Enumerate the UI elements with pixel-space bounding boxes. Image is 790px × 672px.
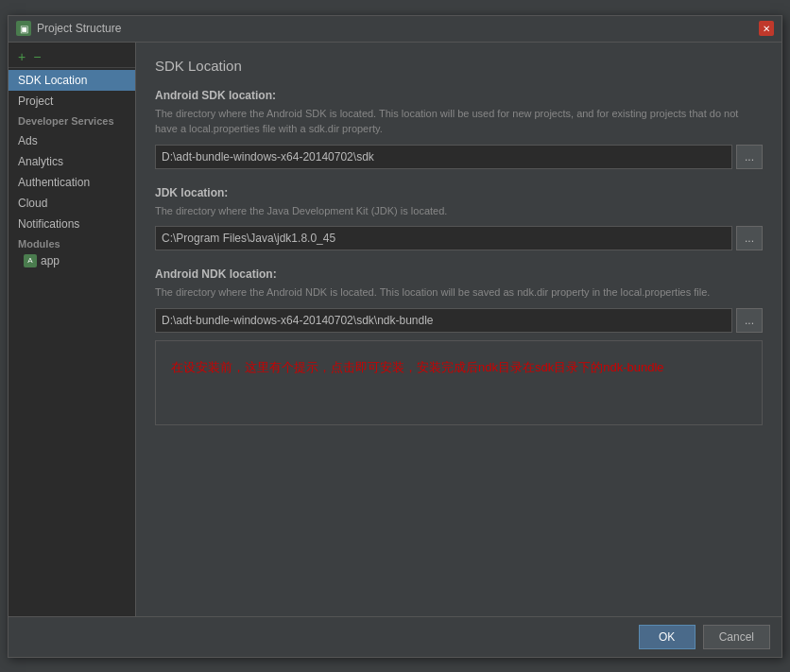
title-bar: ▣ Project Structure ✕ [9, 16, 781, 43]
ndk-notice-text: 在设安装前，这里有个提示，点击即可安装，安装完成后ndk目录在sdk目录下的nd… [171, 356, 747, 378]
main-content: SDK Location Android SDK location: The d… [136, 43, 781, 616]
android-ndk-title: Android NDK location: [155, 267, 763, 281]
add-button[interactable]: + [16, 50, 27, 63]
sidebar-item-app[interactable]: A app [9, 251, 135, 270]
jdk-section: JDK location: The directory where the Ja… [155, 186, 763, 251]
jdk-title: JDK location: [155, 186, 763, 199]
android-sdk-input[interactable] [155, 145, 732, 169]
dialog-title: Project Structure [37, 22, 121, 35]
app-icon: ▣ [16, 21, 31, 36]
cancel-button[interactable]: Cancel [703, 625, 770, 649]
android-ndk-desc: The directory where the Android NDK is l… [155, 284, 763, 301]
content-title: SDK Location [155, 58, 763, 74]
sidebar-item-notifications[interactable]: Notifications [9, 214, 135, 234]
sidebar-item-project[interactable]: Project [9, 91, 135, 112]
android-ndk-input[interactable] [155, 308, 732, 333]
sidebar-item-analytics[interactable]: Analytics [9, 151, 135, 172]
sidebar-item-ads[interactable]: Ads [9, 130, 135, 151]
jdk-path-row: ... [155, 226, 763, 250]
ok-button[interactable]: OK [639, 625, 696, 649]
android-ndk-section: Android NDK location: The directory wher… [155, 267, 763, 425]
minus-button[interactable]: − [31, 50, 43, 63]
jdk-browse-button[interactable]: ... [736, 226, 763, 250]
sidebar-toolbar: + − [9, 46, 135, 68]
jdk-input[interactable] [155, 226, 732, 250]
module-icon: A [24, 254, 37, 267]
android-sdk-title: Android SDK location: [155, 89, 763, 102]
close-button[interactable]: ✕ [759, 21, 774, 36]
android-sdk-browse-button[interactable]: ... [736, 145, 763, 169]
android-sdk-desc: The directory where the Android SDK is l… [155, 106, 763, 137]
android-sdk-path-row: ... [155, 145, 763, 169]
jdk-desc: The directory where the Java Development… [155, 203, 763, 219]
android-ndk-path-row: ... [155, 308, 763, 333]
dialog-footer: OK Cancel [9, 616, 781, 657]
project-structure-dialog: ▣ Project Structure ✕ + − SDK Location P… [8, 15, 782, 658]
android-sdk-section: Android SDK location: The directory wher… [155, 89, 763, 169]
sidebar-section-developer-services: Developer Services [9, 112, 135, 130]
sidebar-item-cloud[interactable]: Cloud [9, 193, 135, 214]
sidebar: + − SDK Location Project Developer Servi… [9, 43, 136, 616]
sidebar-item-authentication[interactable]: Authentication [9, 172, 135, 193]
dialog-body: + − SDK Location Project Developer Servi… [9, 43, 781, 616]
modules-section-header: Modules [9, 234, 135, 251]
sidebar-item-sdk-location[interactable]: SDK Location [9, 70, 135, 91]
title-bar-left: ▣ Project Structure [16, 21, 121, 36]
ndk-notice-box: 在设安装前，这里有个提示，点击即可安装，安装完成后ndk目录在sdk目录下的nd… [155, 340, 763, 425]
android-ndk-browse-button[interactable]: ... [736, 308, 763, 333]
